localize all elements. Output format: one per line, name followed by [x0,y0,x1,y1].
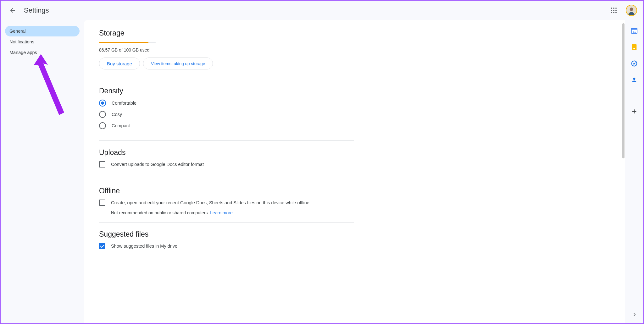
svg-point-1 [613,8,614,9]
apps-grid-icon [611,8,617,13]
uploads-convert-option[interactable]: Convert uploads to Google Docs editor fo… [99,161,610,167]
back-button[interactable] [6,4,19,17]
add-addons-button[interactable]: + [632,107,636,116]
settings-main-panel: Storage 86.57 GB of 100 GB used Buy stor… [84,20,625,323]
svg-point-8 [615,12,617,13]
settings-nav: General Notifications Manage apps [1,20,84,323]
svg-point-2 [615,8,617,9]
tasks-app-icon[interactable] [630,60,638,67]
chevron-right-icon [631,311,638,318]
nav-item-manage-apps[interactable]: Manage apps [5,47,80,58]
offline-heading: Offline [99,187,610,195]
option-label: Convert uploads to Google Docs editor fo… [111,162,204,167]
svg-rect-12 [631,28,637,30]
nav-label: Notifications [9,39,34,44]
checkbox-suggested[interactable] [99,243,105,249]
avatar-image [626,5,636,15]
button-label: View items taking up storage [151,61,205,66]
svg-rect-15 [633,48,635,49]
radio-compact[interactable] [99,122,106,129]
button-label: Buy storage [107,61,132,66]
svg-point-5 [615,10,617,11]
storage-meter [99,42,156,43]
svg-point-3 [611,10,612,11]
suggested-heading: Suggested files [99,230,610,239]
svg-text:31: 31 [633,30,636,33]
nav-item-notifications[interactable]: Notifications [5,36,80,47]
settings-scroll[interactable]: Storage 86.57 GB of 100 GB used Buy stor… [84,20,625,323]
checkbox-convert-uploads[interactable] [99,161,105,167]
svg-point-0 [611,8,612,9]
scrollbar[interactable] [622,23,625,158]
side-panel-divider [630,95,638,95]
contacts-app-icon[interactable] [630,76,638,84]
svg-point-17 [633,78,636,80]
density-option-cosy[interactable]: Cosy [99,111,610,118]
calendar-app-icon[interactable]: 31 [630,27,638,35]
learn-more-link[interactable]: Learn more [210,210,233,215]
option-label: Cosy [112,112,122,117]
offline-note: Not recommended on public or shared comp… [111,210,610,215]
option-label: Comfortable [112,101,136,106]
buy-storage-button[interactable]: Buy storage [99,58,140,69]
checkbox-offline[interactable] [99,200,105,206]
uploads-heading: Uploads [99,148,610,157]
storage-heading: Storage [99,29,610,37]
radio-cosy[interactable] [99,111,106,118]
page-title: Settings [24,6,49,14]
density-option-comfortable[interactable]: Comfortable [99,100,610,107]
option-label: Show suggested files in My drive [111,244,177,249]
offline-enable-option[interactable]: Create, open and edit your recent Google… [99,200,610,206]
arrow-left-icon [9,7,16,14]
svg-point-7 [613,12,614,13]
note-text: Not recommended on public or shared comp… [111,210,210,215]
option-label: Compact [112,123,130,128]
svg-point-10 [630,8,633,11]
nav-label: General [9,29,26,34]
density-option-compact[interactable]: Compact [99,122,610,129]
density-heading: Density [99,87,610,95]
side-panel: 31 + [625,20,643,323]
svg-point-4 [613,10,614,11]
nav-label: Manage apps [9,50,37,55]
suggested-show-option[interactable]: Show suggested files in My drive [99,243,610,249]
radio-comfortable[interactable] [99,100,106,107]
option-label: Create, open and edit your recent Google… [111,200,309,205]
google-apps-button[interactable] [608,4,620,17]
keep-app-icon[interactable] [630,43,638,51]
account-avatar[interactable] [626,5,637,16]
view-storage-items-button[interactable]: View items taking up storage [143,58,213,69]
storage-usage-text: 86.57 GB of 100 GB used [99,47,610,52]
svg-point-6 [611,12,612,13]
nav-item-general[interactable]: General [5,26,80,36]
storage-meter-fill [99,42,148,43]
side-panel-collapse-button[interactable] [631,311,638,319]
svg-rect-14 [632,44,637,50]
